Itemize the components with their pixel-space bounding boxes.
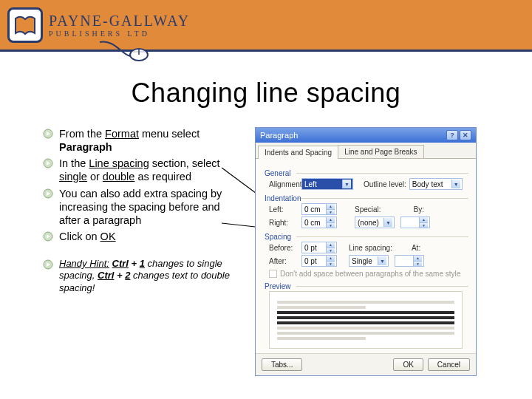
dialog-tabs: Indents and Spacing Line and Page Breaks	[256, 143, 476, 159]
text: as required	[134, 171, 191, 183]
chevron-down-icon: ▼	[342, 180, 351, 188]
text: 1	[140, 258, 145, 269]
mouse-icon	[96, 38, 155, 68]
list-item-hint: Handy Hint: Ctrl + 1 changes to single s…	[59, 258, 244, 294]
bullet-arrow-icon	[43, 129, 53, 142]
tabs-button[interactable]: Tabs...	[262, 358, 302, 371]
brand-text: PAYNE-GALLWAY PUBLISHERS LTD	[49, 13, 190, 38]
indent-right-field[interactable]: 0 cm ▲▼	[301, 216, 337, 228]
checkbox-icon	[269, 270, 277, 278]
brand-header: PAYNE-GALLWAY PUBLISHERS LTD	[0, 0, 532, 52]
outline-label: Outline level:	[364, 180, 406, 188]
by-label: By:	[414, 205, 424, 214]
after-field[interactable]: 0 pt ▲▼	[301, 255, 337, 267]
spinner-icon: ▲▼	[419, 217, 428, 228]
tab-line-page-breaks[interactable]: Line and Page Breaks	[338, 145, 423, 158]
indent-left-label: Left:	[269, 205, 299, 214]
bullet-arrow-icon	[43, 188, 53, 202]
text: Line spacing	[89, 157, 149, 169]
dialog-title: Paragraph	[260, 131, 298, 140]
bullet-arrow-icon	[43, 158, 53, 171]
by-field[interactable]: ▲▼	[400, 216, 430, 228]
chevron-down-icon: ▼	[378, 256, 386, 265]
text: Click on	[59, 231, 100, 242]
alignment-select[interactable]: Left▼	[301, 178, 353, 190]
text: Paragraph	[59, 141, 112, 153]
text: Ctrl	[98, 270, 114, 281]
chevron-down-icon: ▼	[451, 180, 460, 188]
text: You can also add extra spacing by increa…	[59, 188, 222, 226]
text: Ctrl	[112, 258, 129, 269]
chevron-down-icon: ▼	[383, 218, 392, 227]
bullet-arrow-icon	[43, 231, 53, 245]
content-row: From the Format menu select Paragraph In…	[0, 127, 532, 376]
text: Format	[105, 128, 139, 140]
after-label: After:	[269, 257, 299, 265]
help-button[interactable]: ?	[446, 130, 458, 140]
checkbox-label: Don't add space between paragraphs of th…	[280, 270, 460, 278]
before-field[interactable]: 0 pt ▲▼	[301, 242, 337, 253]
special-select[interactable]: (none)▼	[355, 216, 395, 228]
alignment-label: Alignment:	[269, 180, 299, 188]
line-spacing-select[interactable]: Single▼	[349, 255, 389, 267]
indent-left-field[interactable]: 0 cm ▲▼	[301, 203, 337, 215]
dialog-footer: Tabs... OK Cancel	[256, 353, 476, 375]
spinner-icon: ▲▼	[326, 217, 335, 228]
list-item: In the Line spacing section, select sing…	[59, 157, 244, 183]
instruction-list: From the Format menu select Paragraph In…	[15, 127, 244, 376]
indent-right-label: Right:	[269, 219, 299, 227]
dialog-titlebar: Paragraph ? ✕	[256, 128, 476, 143]
outline-select[interactable]: Body text▼	[409, 178, 463, 190]
spinner-icon: ▲▼	[326, 256, 335, 266]
text: menu select	[139, 128, 200, 140]
before-label: Before:	[269, 244, 299, 252]
preview-box	[269, 291, 463, 349]
page-title: Changing line spacing	[0, 78, 532, 109]
text: single	[59, 171, 87, 183]
close-button[interactable]: ✕	[460, 130, 471, 140]
text: double	[103, 171, 135, 183]
text: +	[129, 258, 140, 269]
list-item: Click on OK	[59, 230, 244, 243]
text: OK	[100, 231, 116, 242]
text: or	[87, 171, 103, 183]
dialog-body: General Alignment: Left▼ Outline level: …	[256, 159, 476, 353]
ok-button[interactable]: OK	[393, 358, 423, 371]
text: 2	[125, 270, 130, 281]
list-item: From the Format menu select Paragraph	[59, 127, 244, 154]
spinner-icon: ▲▼	[413, 256, 422, 266]
tab-indents-spacing[interactable]: Indents and Spacing	[258, 146, 338, 159]
same-style-checkbox[interactable]: Don't add space between paragraphs of th…	[269, 270, 468, 278]
text: section, select	[149, 157, 220, 169]
spinner-icon: ▲▼	[326, 204, 335, 214]
spinner-icon: ▲▼	[326, 242, 335, 253]
bullet-arrow-icon	[43, 259, 53, 273]
brand-name: PAYNE-GALLWAY	[49, 13, 190, 30]
text: From the	[59, 128, 105, 140]
text: Handy Hint:	[59, 258, 109, 269]
book-logo-icon	[7, 7, 43, 43]
at-label: At:	[412, 244, 420, 252]
text: +	[114, 270, 125, 281]
list-item: You can also add extra spacing by increa…	[59, 187, 244, 227]
special-label: Special:	[355, 205, 381, 214]
text: In the	[59, 157, 89, 169]
brand-subtitle: PUBLISHERS LTD	[49, 30, 190, 38]
cancel-button[interactable]: Cancel	[428, 358, 470, 371]
at-field[interactable]: ▲▼	[395, 255, 424, 267]
line-spacing-label: Line spacing:	[349, 244, 392, 252]
paragraph-dialog: Paragraph ? ✕ Indents and Spacing Line a…	[255, 127, 477, 376]
